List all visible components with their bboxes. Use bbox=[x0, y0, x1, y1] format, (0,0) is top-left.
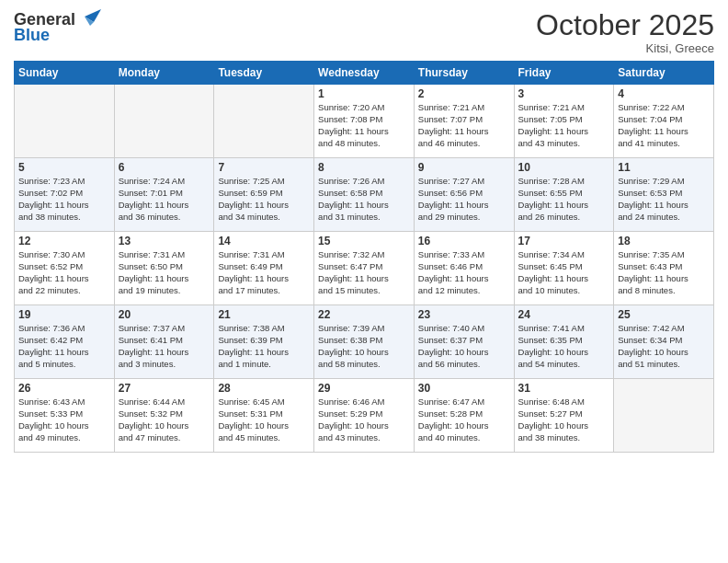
day-number: 13 bbox=[119, 235, 210, 247]
col-header-wednesday: Wednesday bbox=[314, 62, 415, 85]
col-header-tuesday: Tuesday bbox=[214, 62, 314, 85]
col-header-thursday: Thursday bbox=[414, 62, 514, 85]
day-number: 26 bbox=[18, 382, 110, 395]
calendar-cell: 16Sunrise: 7:33 AM Sunset: 6:46 PM Dayli… bbox=[414, 232, 514, 305]
day-info: Sunrise: 7:20 AM Sunset: 7:08 PM Dayligh… bbox=[318, 102, 410, 149]
day-number: 12 bbox=[18, 235, 110, 247]
col-header-monday: Monday bbox=[114, 62, 214, 85]
day-info: Sunrise: 7:41 AM Sunset: 6:35 PM Dayligh… bbox=[518, 323, 610, 370]
calendar-cell: 21Sunrise: 7:38 AM Sunset: 6:39 PM Dayli… bbox=[214, 305, 314, 379]
calendar-cell: 30Sunrise: 6:47 AM Sunset: 5:28 PM Dayli… bbox=[414, 379, 514, 453]
calendar-cell: 20Sunrise: 7:37 AM Sunset: 6:41 PM Dayli… bbox=[114, 305, 214, 379]
calendar-week-row: 1Sunrise: 7:20 AM Sunset: 7:08 PM Daylig… bbox=[15, 85, 714, 158]
calendar-cell: 22Sunrise: 7:39 AM Sunset: 6:38 PM Dayli… bbox=[314, 305, 415, 379]
day-number: 7 bbox=[218, 161, 310, 174]
calendar-cell: 19Sunrise: 7:36 AM Sunset: 6:42 PM Dayli… bbox=[15, 305, 115, 379]
day-info: Sunrise: 7:27 AM Sunset: 6:56 PM Dayligh… bbox=[418, 176, 510, 223]
day-number: 4 bbox=[618, 87, 710, 100]
day-info: Sunrise: 7:37 AM Sunset: 6:41 PM Dayligh… bbox=[119, 323, 210, 370]
logo-bird-icon bbox=[77, 9, 101, 29]
calendar-cell: 27Sunrise: 6:44 AM Sunset: 5:32 PM Dayli… bbox=[114, 379, 214, 453]
day-info: Sunrise: 7:39 AM Sunset: 6:38 PM Dayligh… bbox=[318, 323, 410, 370]
day-info: Sunrise: 7:32 AM Sunset: 6:47 PM Dayligh… bbox=[318, 249, 410, 296]
calendar-table: SundayMondayTuesdayWednesdayThursdayFrid… bbox=[14, 61, 714, 453]
day-number: 2 bbox=[418, 87, 510, 100]
calendar-cell: 9Sunrise: 7:27 AM Sunset: 6:56 PM Daylig… bbox=[414, 158, 514, 232]
day-number: 10 bbox=[518, 161, 610, 174]
day-info: Sunrise: 7:31 AM Sunset: 6:50 PM Dayligh… bbox=[119, 249, 210, 296]
calendar-cell: 4Sunrise: 7:22 AM Sunset: 7:04 PM Daylig… bbox=[614, 85, 714, 158]
day-info: Sunrise: 6:46 AM Sunset: 5:29 PM Dayligh… bbox=[318, 396, 410, 443]
day-info: Sunrise: 7:26 AM Sunset: 6:58 PM Dayligh… bbox=[318, 176, 410, 223]
day-info: Sunrise: 6:45 AM Sunset: 5:31 PM Dayligh… bbox=[218, 396, 310, 443]
day-info: Sunrise: 7:40 AM Sunset: 6:37 PM Dayligh… bbox=[418, 323, 510, 370]
calendar-cell bbox=[15, 85, 115, 158]
calendar-cell: 11Sunrise: 7:29 AM Sunset: 6:53 PM Dayli… bbox=[614, 158, 714, 232]
calendar-cell: 12Sunrise: 7:30 AM Sunset: 6:52 PM Dayli… bbox=[15, 232, 115, 305]
day-number: 24 bbox=[518, 308, 610, 321]
calendar-cell: 7Sunrise: 7:25 AM Sunset: 6:59 PM Daylig… bbox=[214, 158, 314, 232]
logo: General Blue bbox=[14, 9, 101, 45]
day-info: Sunrise: 7:31 AM Sunset: 6:49 PM Dayligh… bbox=[218, 249, 310, 296]
day-info: Sunrise: 7:23 AM Sunset: 7:02 PM Dayligh… bbox=[18, 176, 110, 223]
header: General Blue October 2025 Kitsi, Greece bbox=[14, 9, 714, 55]
calendar-cell: 13Sunrise: 7:31 AM Sunset: 6:50 PM Dayli… bbox=[114, 232, 214, 305]
day-info: Sunrise: 7:35 AM Sunset: 6:43 PM Dayligh… bbox=[618, 249, 710, 296]
day-number: 3 bbox=[518, 87, 610, 100]
calendar-cell: 8Sunrise: 7:26 AM Sunset: 6:58 PM Daylig… bbox=[314, 158, 415, 232]
day-number: 19 bbox=[18, 308, 110, 321]
day-number: 21 bbox=[218, 308, 310, 321]
day-info: Sunrise: 7:22 AM Sunset: 7:04 PM Dayligh… bbox=[618, 102, 710, 149]
calendar-header-row: SundayMondayTuesdayWednesdayThursdayFrid… bbox=[15, 62, 714, 85]
day-info: Sunrise: 7:34 AM Sunset: 6:45 PM Dayligh… bbox=[518, 249, 610, 296]
day-info: Sunrise: 6:48 AM Sunset: 5:27 PM Dayligh… bbox=[518, 396, 610, 443]
day-info: Sunrise: 7:29 AM Sunset: 6:53 PM Dayligh… bbox=[618, 176, 710, 223]
calendar-cell: 25Sunrise: 7:42 AM Sunset: 6:34 PM Dayli… bbox=[614, 305, 714, 379]
calendar-cell: 10Sunrise: 7:28 AM Sunset: 6:55 PM Dayli… bbox=[514, 158, 614, 232]
day-number: 20 bbox=[119, 308, 210, 321]
calendar-cell: 23Sunrise: 7:40 AM Sunset: 6:37 PM Dayli… bbox=[414, 305, 514, 379]
day-number: 23 bbox=[418, 308, 510, 321]
day-number: 27 bbox=[119, 382, 210, 395]
title-area: October 2025 Kitsi, Greece bbox=[536, 9, 714, 55]
day-number: 5 bbox=[18, 161, 110, 174]
day-number: 11 bbox=[618, 161, 710, 174]
day-number: 28 bbox=[218, 382, 310, 395]
col-header-friday: Friday bbox=[514, 62, 614, 85]
page: General Blue October 2025 Kitsi, Greece … bbox=[0, 0, 728, 563]
day-info: Sunrise: 6:43 AM Sunset: 5:33 PM Dayligh… bbox=[18, 396, 110, 443]
calendar-cell: 28Sunrise: 6:45 AM Sunset: 5:31 PM Dayli… bbox=[214, 379, 314, 453]
day-number: 25 bbox=[618, 308, 710, 321]
calendar-cell: 1Sunrise: 7:20 AM Sunset: 7:08 PM Daylig… bbox=[314, 85, 415, 158]
day-number: 29 bbox=[318, 382, 410, 395]
day-number: 8 bbox=[318, 161, 410, 174]
day-info: Sunrise: 7:30 AM Sunset: 6:52 PM Dayligh… bbox=[18, 249, 110, 296]
day-number: 1 bbox=[318, 87, 410, 100]
calendar-cell: 5Sunrise: 7:23 AM Sunset: 7:02 PM Daylig… bbox=[15, 158, 115, 232]
calendar-week-row: 5Sunrise: 7:23 AM Sunset: 7:02 PM Daylig… bbox=[15, 158, 714, 232]
calendar-cell: 24Sunrise: 7:41 AM Sunset: 6:35 PM Dayli… bbox=[514, 305, 614, 379]
day-info: Sunrise: 7:38 AM Sunset: 6:39 PM Dayligh… bbox=[218, 323, 310, 370]
calendar-cell: 15Sunrise: 7:32 AM Sunset: 6:47 PM Dayli… bbox=[314, 232, 415, 305]
day-info: Sunrise: 7:25 AM Sunset: 6:59 PM Dayligh… bbox=[218, 176, 310, 223]
day-info: Sunrise: 6:47 AM Sunset: 5:28 PM Dayligh… bbox=[418, 396, 510, 443]
day-info: Sunrise: 7:42 AM Sunset: 6:34 PM Dayligh… bbox=[618, 323, 710, 370]
day-number: 14 bbox=[218, 235, 310, 247]
location: Kitsi, Greece bbox=[536, 41, 714, 55]
calendar-cell: 2Sunrise: 7:21 AM Sunset: 7:07 PM Daylig… bbox=[414, 85, 514, 158]
day-info: Sunrise: 7:33 AM Sunset: 6:46 PM Dayligh… bbox=[418, 249, 510, 296]
calendar-week-row: 26Sunrise: 6:43 AM Sunset: 5:33 PM Dayli… bbox=[15, 379, 714, 453]
calendar-cell: 17Sunrise: 7:34 AM Sunset: 6:45 PM Dayli… bbox=[514, 232, 614, 305]
day-number: 18 bbox=[618, 235, 710, 247]
day-info: Sunrise: 7:21 AM Sunset: 7:05 PM Dayligh… bbox=[518, 102, 610, 149]
calendar-cell: 31Sunrise: 6:48 AM Sunset: 5:27 PM Dayli… bbox=[514, 379, 614, 453]
calendar-cell: 3Sunrise: 7:21 AM Sunset: 7:05 PM Daylig… bbox=[514, 85, 614, 158]
calendar-week-row: 19Sunrise: 7:36 AM Sunset: 6:42 PM Dayli… bbox=[15, 305, 714, 379]
calendar-cell bbox=[214, 85, 314, 158]
day-number: 30 bbox=[418, 382, 510, 395]
day-info: Sunrise: 7:36 AM Sunset: 6:42 PM Dayligh… bbox=[18, 323, 110, 370]
calendar-cell bbox=[114, 85, 214, 158]
day-number: 16 bbox=[418, 235, 510, 247]
calendar-cell: 18Sunrise: 7:35 AM Sunset: 6:43 PM Dayli… bbox=[614, 232, 714, 305]
day-number: 6 bbox=[119, 161, 210, 174]
